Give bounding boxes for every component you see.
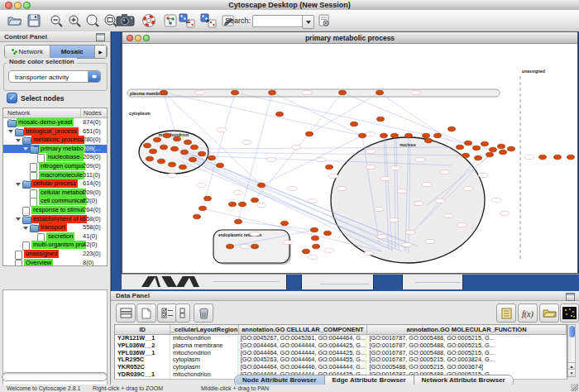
network-node[interactable] — [227, 244, 234, 249]
network-node[interactable] — [351, 122, 358, 127]
tab-overflow-button[interactable]: ▶ — [95, 45, 107, 58]
network-node[interactable] — [465, 141, 472, 146]
scrollbar-thumb[interactable] — [569, 326, 575, 337]
network-node[interactable] — [324, 231, 332, 236]
delete-attribute-icon[interactable] — [194, 304, 213, 323]
disclosure-triangle-icon[interactable] — [16, 183, 21, 189]
disclosure-triangle-icon[interactable] — [8, 130, 13, 136]
network-node[interactable] — [312, 236, 319, 241]
select-all-columns-icon[interactable] — [116, 304, 136, 323]
tree-row-transport[interactable]: transport558(0) — [3, 223, 107, 232]
formula-builder-icon[interactable]: f(x) — [518, 304, 538, 323]
network-node[interactable] — [423, 133, 430, 138]
network-node[interactable] — [235, 219, 242, 224]
tree-row-overview[interactable]: Overview8(0) — [3, 259, 107, 267]
unselect-attributes-icon[interactable] — [175, 304, 190, 323]
search-dropdown-icon[interactable] — [302, 15, 314, 29]
network-node[interactable] — [448, 127, 456, 131]
node-color-dropdown[interactable]: transporter activity — [8, 70, 101, 83]
snapshot-icon[interactable] — [115, 12, 136, 28]
network-node[interactable] — [481, 141, 489, 146]
disclosure-triangle-icon[interactable] — [23, 147, 28, 153]
tree-row-macromolecule[interactable]: macromolecule311(0) — [3, 171, 107, 180]
data-panel-float-icon[interactable] — [566, 293, 575, 301]
network-node[interactable] — [169, 162, 176, 167]
column-header-1[interactable]: _cellularLayoutRegion — [170, 325, 238, 334]
network-node[interactable] — [217, 163, 224, 168]
tree-row-cell-communicat[interactable]: cell communicat22(0) — [3, 197, 107, 206]
network-node[interactable] — [303, 249, 310, 254]
resize-grip[interactable] — [571, 384, 578, 391]
network-node[interactable] — [189, 157, 197, 162]
network-node[interactable] — [490, 147, 497, 152]
search-input[interactable] — [252, 15, 305, 27]
table-row[interactable]: YKR052Ccytoplasm[GO:0044464, GO:0044446,… — [115, 364, 567, 371]
network-node[interactable] — [160, 145, 168, 150]
tree-row-biological-process[interactable]: biological_process651(0) — [3, 127, 107, 136]
table-scrollbar[interactable]: ▲ ▼ — [567, 324, 576, 377]
network-node[interactable] — [405, 133, 413, 138]
tree-row-metabolic-process[interactable]: metabolic process280(0) — [3, 136, 107, 145]
network-node[interactable] — [174, 136, 181, 141]
network-node[interactable] — [251, 244, 259, 249]
select-nodes-checkbox[interactable]: ✓ — [7, 93, 17, 103]
network-node[interactable] — [311, 227, 318, 232]
attribute-matrix-icon[interactable] — [560, 304, 579, 323]
network-node[interactable] — [144, 143, 151, 148]
network-node[interactable] — [326, 165, 333, 170]
network-node[interactable] — [199, 206, 207, 211]
network-node[interactable] — [158, 159, 165, 164]
attribute-list-icon[interactable] — [496, 304, 516, 323]
save-icon[interactable] — [26, 12, 42, 29]
network-node[interactable] — [179, 165, 187, 170]
table-row[interactable]: YLR295Ccytoplasm[GO:0045263, GO:0044464,… — [115, 356, 567, 364]
network-node[interactable] — [199, 151, 206, 156]
network-node[interactable] — [191, 145, 199, 150]
network-node[interactable] — [425, 138, 433, 143]
table-row[interactable]: YJR121W__1mitochondrion[GO:0045267, GO:0… — [115, 335, 567, 342]
network-node[interactable] — [232, 90, 239, 95]
network-node[interactable] — [258, 183, 266, 188]
network-node[interactable] — [208, 155, 216, 160]
tree-row-response-to-stimul[interactable]: response to stimul264(0) — [3, 206, 107, 215]
network-node[interactable] — [457, 145, 464, 150]
network-node[interactable] — [339, 90, 347, 95]
network-node[interactable] — [146, 156, 154, 161]
network-node[interactable] — [567, 155, 575, 160]
tree-row-nucleobase-[interactable]: nucleobase-209(0) — [3, 153, 107, 162]
network-node[interactable] — [184, 140, 192, 145]
network-canvas[interactable]: plasma membranecytoplasmmitochondrionnuc… — [122, 43, 577, 273]
tree-row-nitrogen-compo[interactable]: nitrogen compo209(0) — [3, 162, 107, 171]
disclosure-triangle-icon[interactable] — [16, 139, 21, 145]
table-row[interactable]: YPL036W__1mitochondrion[GO:0044464, GO:0… — [115, 350, 567, 357]
network-node[interactable] — [359, 133, 366, 138]
network-node[interactable] — [376, 90, 384, 95]
network-node[interactable] — [281, 221, 289, 226]
search-advanced-icon[interactable] — [316, 12, 333, 29]
network-node[interactable] — [194, 214, 201, 219]
select-attributes-icon[interactable] — [157, 304, 177, 323]
network-node[interactable] — [473, 146, 481, 151]
zoom-actual-icon[interactable] — [84, 12, 101, 29]
tree-row-establishment-of-lo[interactable]: establishment of lo558(0) — [3, 215, 107, 224]
network-node[interactable] — [160, 90, 168, 95]
network-window-titlebar[interactable]: primary metabolic process — [122, 32, 577, 44]
disclosure-triangle-icon[interactable] — [16, 218, 21, 223]
network-node[interactable] — [380, 133, 388, 138]
network-node[interactable] — [229, 202, 237, 207]
network-node[interactable] — [475, 155, 482, 160]
zoom-out-icon[interactable] — [48, 12, 65, 29]
import-network-icon[interactable] — [177, 12, 197, 29]
column-header-2[interactable]: annotation.GO CELLULAR_COMPONENT — [239, 325, 368, 334]
import-attributes-icon[interactable] — [539, 304, 559, 323]
open-icon[interactable] — [7, 12, 23, 29]
network-node[interactable] — [269, 90, 276, 95]
network-node[interactable] — [154, 137, 161, 142]
network-node[interactable] — [313, 244, 320, 249]
network-node[interactable] — [391, 133, 399, 138]
new-attribute-icon[interactable] — [136, 304, 156, 323]
tree-row-secretion[interactable]: secretion41(0) — [3, 232, 107, 241]
network-edge[interactable] — [235, 93, 493, 150]
scroll-down-icon[interactable]: ▼ — [568, 369, 575, 376]
network-edge[interactable] — [309, 93, 380, 134]
